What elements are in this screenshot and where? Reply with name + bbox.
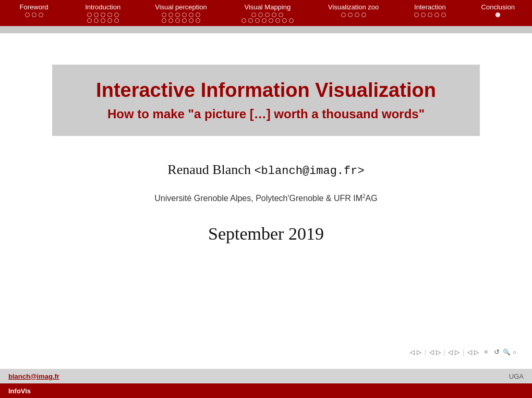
nav-item-interaction[interactable]: Interaction [409, 3, 451, 18]
dot [355, 13, 359, 17]
footer: blanch@imag.fr UGA InfoVis [0, 369, 532, 398]
dot [168, 18, 173, 23]
nav-item-conclusion[interactable]: Conclusion [477, 3, 519, 18]
dot [441, 13, 446, 17]
nav-up-icon[interactable]: ◁ [429, 349, 434, 356]
nav-next-section-icon[interactable]: ▷ [474, 349, 479, 356]
nav-item-foreword[interactable]: Foreword [13, 3, 55, 18]
dot [414, 13, 419, 17]
dot [269, 18, 273, 23]
nav-separator-2: | [444, 348, 445, 356]
footer-info-bar: blanch@imag.fr UGA [0, 369, 532, 383]
dot [282, 18, 287, 23]
dot [348, 13, 353, 17]
nav-prev-icon[interactable]: ▷ [417, 349, 421, 356]
dot [39, 13, 43, 17]
nav-separator-1: | [425, 348, 426, 356]
nav-item-visualization-zoo[interactable]: Visualization zoo [324, 3, 383, 18]
nav-dots-int-row1 [414, 13, 446, 17]
nav-next-slide-icon[interactable]: ▷ [455, 349, 460, 356]
nav-item-introduction[interactable]: Introduction [81, 3, 125, 24]
nav-label-conclusion: Conclusion [481, 3, 515, 11]
dot [114, 13, 119, 17]
nav-dots-vp-row2 [162, 18, 200, 23]
nav-dots-vm-row2 [241, 18, 294, 23]
footer-title-bar: InfoVis [0, 383, 532, 398]
nav-prev-slide-icon[interactable]: ◁ [448, 349, 453, 356]
presentation-subtitle: How to make "a picture […] worth a thous… [73, 107, 459, 121]
dot [196, 18, 200, 23]
nav-refresh-icon[interactable]: ↺ [494, 348, 500, 356]
nav-first-icon[interactable]: ◁ [410, 349, 415, 356]
dot [251, 13, 256, 17]
nav-dots-vm-row1 [251, 13, 283, 17]
author-line: Renaud Blanch <blanch@imag.fr> [167, 162, 364, 178]
institution-line: Université Grenoble Alpes, Polytech'Gren… [154, 193, 377, 203]
nav-label-interaction: Interaction [414, 3, 446, 11]
dot [241, 18, 246, 23]
dot [421, 13, 426, 17]
dot [189, 13, 194, 17]
separator-bar [0, 26, 532, 33]
dot [94, 18, 99, 23]
dot [94, 13, 99, 17]
dot [101, 13, 105, 17]
dot [25, 13, 30, 17]
dot [87, 18, 92, 23]
dot [248, 18, 253, 23]
dot [168, 13, 173, 17]
dot [275, 18, 280, 23]
slide-navigation-controls: ◁ ▷ | ◁ ▷ | ◁ ▷ | ◁ ▷ ≡ ↺ 🔍 ○ [410, 348, 516, 356]
dot [272, 13, 276, 17]
nav-label-visual-mapping: Visual Mapping [245, 3, 291, 11]
nav-label-foreword: Foreword [20, 3, 49, 11]
dot [196, 13, 200, 17]
main-content: Interactive Information Visualization Ho… [0, 33, 532, 275]
dot [265, 13, 270, 17]
nav-dots-foreword-row1 [25, 13, 43, 17]
dot [258, 13, 263, 17]
dot [255, 18, 260, 23]
institution-text: Université Grenoble Alpes, Polytech'Gren… [154, 194, 377, 203]
top-navigation: Foreword Introduction Visual perception [0, 0, 532, 26]
nav-down-icon[interactable]: ▷ [436, 349, 441, 356]
dot [87, 13, 92, 17]
nav-prev-section-icon[interactable]: ◁ [467, 349, 472, 356]
dot [162, 18, 166, 23]
dot [182, 13, 187, 17]
dot [361, 13, 366, 17]
dot [434, 13, 439, 17]
dot [101, 18, 105, 23]
dot [289, 18, 294, 23]
dot [182, 18, 187, 23]
footer-presentation-title: InfoVis [8, 387, 31, 395]
nav-label-visual-perception: Visual perception [155, 3, 207, 11]
presentation-title: Interactive Information Visualization [73, 79, 459, 102]
dot [175, 13, 180, 17]
nav-separator-3: | [463, 348, 464, 356]
nav-menu-icon[interactable]: ≡ [484, 348, 488, 356]
nav-item-visual-perception[interactable]: Visual perception [151, 3, 211, 24]
dot [114, 18, 119, 23]
dot [107, 13, 112, 17]
footer-uga-label: UGA [509, 372, 524, 380]
author-name: Renaud Blanch [167, 162, 251, 177]
nav-dots-conc-row1 [495, 13, 500, 17]
date-line: September 2019 [208, 224, 324, 244]
dot [162, 13, 166, 17]
nav-dots-introduction-row1 [87, 13, 119, 17]
nav-dots-vz-row1 [341, 13, 366, 17]
title-box: Interactive Information Visualization Ho… [52, 65, 480, 136]
dot [32, 13, 37, 17]
nav-dots-vp-row1 [162, 13, 200, 17]
dot [428, 13, 432, 17]
dot [262, 18, 267, 23]
dot [175, 18, 180, 23]
nav-search-icon[interactable]: 🔍 [503, 349, 511, 356]
dot [189, 18, 194, 23]
footer-email-link[interactable]: blanch@imag.fr [8, 372, 59, 380]
dot [279, 13, 283, 17]
nav-item-visual-mapping[interactable]: Visual Mapping [237, 3, 298, 24]
nav-label-introduction: Introduction [85, 3, 120, 11]
dot-active [495, 13, 500, 17]
